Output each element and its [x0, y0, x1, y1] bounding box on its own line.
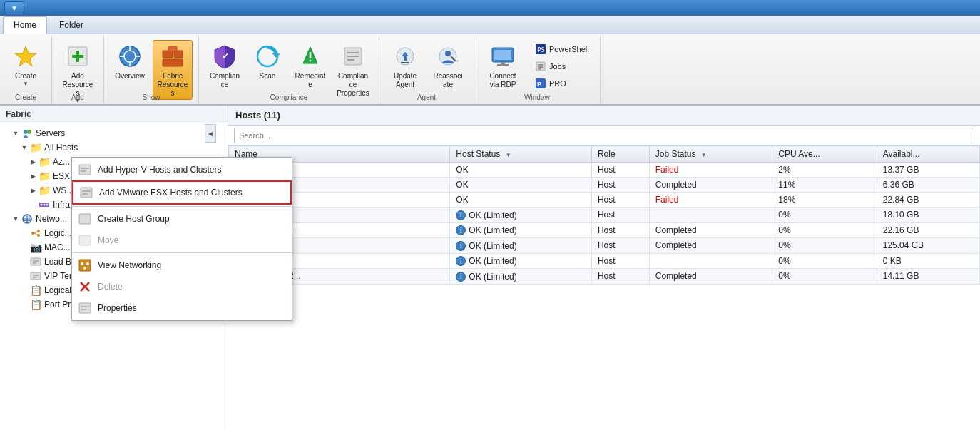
create-button[interactable]: Create ▼: [6, 40, 46, 91]
ribbon-group-agent: UpdateAgent ↔ Reassociate Agent: [379, 37, 474, 104]
context-menu-item-view-networking[interactable]: View Networking: [72, 255, 292, 276]
mac-icon: 📷: [30, 242, 41, 253]
cell-avail: 6.36 GB: [877, 178, 979, 193]
ctx-icon-add-hyperv: [78, 163, 92, 177]
cell-job-status: Completed: [649, 238, 772, 254]
fabric-resources-icon: [160, 43, 185, 69]
title-dropdown[interactable]: ▼: [4, 1, 24, 14]
tab-home[interactable]: Home: [3, 16, 47, 34]
col-role[interactable]: Role: [591, 146, 649, 163]
cell-cpu: 0%: [772, 222, 877, 238]
ctx-icon-properties: [78, 301, 92, 315]
group-label-show: Show: [104, 93, 198, 101]
svg-rect-55: [31, 258, 41, 265]
update-agent-button[interactable]: UpdateAgent: [385, 40, 425, 91]
table-row[interactable]: OKHostFailed2%13.37 GB: [229, 163, 980, 178]
cell-cpu: 0%: [772, 253, 877, 269]
ctx-label-add-vmware: Add VMware ESX Hosts and Clusters: [99, 188, 243, 198]
pro-button[interactable]: P PRO: [530, 76, 594, 91]
servers-icon: [21, 128, 33, 139]
sidebar-item-all-hosts[interactable]: ▼ 📁 All Hosts: [0, 140, 228, 155]
search-input[interactable]: [234, 128, 974, 143]
scan-label: Scan: [260, 72, 276, 81]
cell-role: Host: [591, 238, 649, 254]
svg-text:P: P: [537, 81, 541, 88]
context-menu-separator: [72, 206, 292, 207]
table-row[interactable]: OKHostCompleted11%6.36 GB: [229, 178, 980, 193]
ctx-label-view-networking: View Networking: [98, 260, 161, 270]
table-row[interactable]: iOK (Limited)Host0%18.10 GB: [229, 208, 980, 223]
col-host-status[interactable]: Host Status ▼: [450, 146, 592, 163]
sort-job-status: ▼: [701, 152, 707, 158]
table-container: Name Host Status ▼ Role Job Status ▼: [228, 145, 980, 430]
svg-rect-75: [79, 303, 91, 313]
ctx-label-delete: Delete: [98, 282, 123, 292]
ribbon-tabs: Home Folder: [0, 16, 980, 34]
window-small-buttons: PS PowerShell Jobs: [530, 40, 594, 91]
cell-job-status: [649, 253, 772, 269]
remediate-button[interactable]: Remediate: [290, 40, 330, 91]
update-agent-label: UpdateAgent: [394, 72, 417, 89]
col-cpu[interactable]: CPU Ave...: [772, 146, 877, 163]
cell-job-status: Completed: [649, 222, 772, 238]
cell-cpu: 0%: [772, 238, 877, 254]
az-label: Az...: [53, 157, 70, 167]
context-menu-item-add-hyperv[interactable]: Add Hyper-V Hosts and Clusters: [72, 159, 292, 180]
connect-rdp-button[interactable]: Connectvia RDP: [480, 40, 526, 91]
cell-role: Host: [591, 269, 649, 285]
svg-rect-30: [494, 50, 511, 60]
networking-label: Netwo...: [36, 214, 67, 224]
ribbon-group-add: AddResources ▼ Add: [52, 37, 104, 104]
cell-host-status: iOK (Limited): [450, 253, 592, 269]
overview-button[interactable]: Overview: [110, 40, 150, 91]
svg-rect-12: [163, 59, 183, 66]
cell-host-status: iOK (Limited): [450, 208, 592, 223]
reassociate-button[interactable]: ↔ Reassociate: [428, 40, 468, 91]
table-row[interactable]: iOK (Limited)Host0%0 KB: [229, 253, 980, 269]
ctx-icon-view-networking: [78, 258, 92, 272]
sidebar-item-servers[interactable]: ▼ Servers: [0, 126, 228, 140]
table-row[interactable]: ...vmma 10/152...iOK (Limited)HostComple…: [229, 269, 980, 285]
cell-job-status: Failed: [649, 193, 772, 208]
svg-point-51: [37, 230, 40, 232]
table-row[interactable]: iOK (Limited)HostCompleted0%125.04 GB: [229, 238, 980, 254]
powershell-button[interactable]: PS PowerShell: [530, 41, 594, 57]
col-avail[interactable]: Availabl...: [877, 146, 979, 163]
compliance-button[interactable]: ✓ Compliance: [205, 40, 245, 91]
svg-rect-67: [79, 214, 91, 224]
svg-point-15: [257, 46, 277, 66]
tab-folder[interactable]: Folder: [49, 16, 94, 34]
context-menu-item-create-host-group[interactable]: Create Host Group: [72, 208, 292, 230]
cell-role: Host: [591, 163, 649, 178]
scan-icon: [255, 43, 280, 69]
hosts-table: Name Host Status ▼ Role Job Status ▼: [228, 145, 980, 285]
pp-icon: 📋: [30, 299, 41, 310]
table-row[interactable]: OKHostFailed18%22.84 GB: [229, 193, 980, 208]
vip-icon: [30, 270, 41, 282]
svg-rect-61: [79, 165, 91, 175]
group-label-create: Create: [0, 93, 51, 101]
svg-marker-0: [15, 46, 36, 66]
scan-button[interactable]: Scan: [247, 40, 287, 91]
collapse-sidebar-button[interactable]: ◄: [205, 124, 216, 143]
jobs-button[interactable]: Jobs: [530, 58, 594, 74]
cell-job-status: Completed: [649, 269, 772, 285]
compliance-icon: ✓: [212, 43, 238, 69]
ctx-icon-create-host-group: [78, 212, 92, 226]
table-row[interactable]: iOK (Limited)HostCompleted0%22.16 GB: [229, 222, 980, 238]
connect-rdp-label: Connectvia RDP: [489, 72, 516, 89]
fabric-resources-button[interactable]: FabricResources: [153, 40, 193, 100]
compliance-properties-button[interactable]: ComplianceProperties: [333, 40, 373, 100]
svg-rect-58: [31, 272, 41, 280]
pro-icon: P: [535, 78, 546, 89]
svg-line-53: [34, 232, 37, 233]
mac-label: MAC...: [44, 242, 71, 252]
svg-rect-13: [168, 46, 177, 52]
context-menu-item-properties[interactable]: Properties: [72, 297, 292, 319]
cell-avail: 22.16 GB: [877, 222, 979, 238]
cell-job-status: Completed: [649, 178, 772, 193]
group-label-compliance: Compliance: [199, 93, 379, 101]
col-job-status[interactable]: Job Status ▼: [649, 146, 772, 163]
context-menu-item-add-vmware[interactable]: Add VMware ESX Hosts and Clusters: [72, 180, 292, 205]
toggle-ws: ▶: [29, 186, 37, 195]
